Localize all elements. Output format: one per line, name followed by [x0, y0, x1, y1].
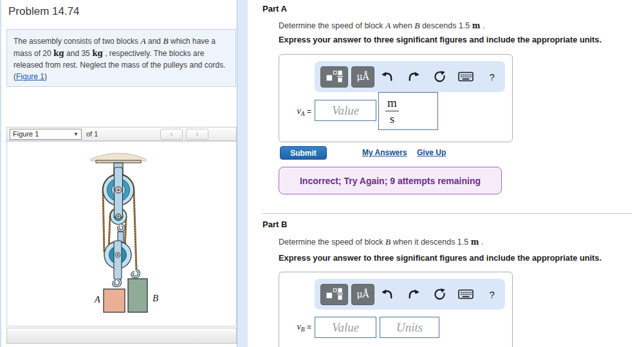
desc-text: and — [146, 37, 163, 46]
part-b-var-label: vB = — [283, 322, 311, 333]
problem-panel: Problem 14.74 The assembly consists of t… — [0, 0, 237, 347]
undo-icon — [381, 71, 394, 82]
figure-prev-button[interactable]: ‹ — [160, 129, 183, 140]
prompt-text: when it descends 1.5 — [391, 238, 470, 247]
equation-toolbar: μÅ — [315, 61, 505, 92]
help-button[interactable]: ? — [479, 71, 505, 82]
figure-next-button[interactable]: › — [186, 129, 208, 140]
undo-icon — [381, 288, 394, 300]
units-fraction: m s — [385, 95, 399, 127]
fraction-template-icon — [326, 70, 344, 84]
micro-angstrom-icon: μÅ — [356, 289, 369, 299]
figure-footer-bar — [6, 328, 237, 344]
figure-count-label: of 1 — [86, 130, 98, 138]
my-answers-link[interactable]: My Answers — [362, 148, 407, 157]
unit-m: m — [472, 21, 481, 30]
pulley-figure: A B — [7, 142, 236, 326]
unit-kg: kg — [92, 49, 103, 58]
equals-sign: = — [307, 323, 311, 332]
problem-description: The assembly consists of two blocks A an… — [6, 29, 236, 87]
units-numerator: m — [385, 95, 399, 111]
desc-text: and 35 — [64, 49, 92, 58]
part-a-units-field[interactable]: m s — [378, 92, 438, 130]
answer-panel: Part A Determine the speed of block A wh… — [248, 0, 644, 347]
figure-toolbar: Figure 1 ▼ of 1 ‹ › — [6, 127, 237, 141]
submit-label: Submit — [290, 149, 317, 158]
reset-button[interactable] — [427, 288, 453, 301]
part-a-var-label: vA = — [283, 106, 311, 117]
help-icon: ? — [490, 71, 495, 82]
template-button[interactable] — [320, 284, 348, 305]
fraction-template-icon — [326, 287, 344, 301]
chevron-down-icon: ▼ — [73, 131, 78, 137]
part-b-units-input[interactable] — [380, 317, 439, 338]
prompt-text: . — [480, 21, 484, 30]
desc-text: ) — [44, 72, 47, 81]
ceiling-plate — [96, 160, 141, 163]
ceiling-mount — [91, 153, 146, 161]
math-var-a: A — [140, 36, 145, 46]
redo-icon — [407, 71, 420, 82]
part-a-answer-box: μÅ — [279, 54, 513, 142]
part-b-value-input[interactable] — [315, 317, 376, 338]
feedback-text: Incorrect; Try Again; 9 attempts remaini… — [300, 176, 481, 186]
redo-button[interactable] — [401, 71, 427, 82]
part-a-value-input[interactable] — [315, 100, 376, 121]
figure-select-value: Figure 1 — [13, 130, 39, 138]
figure-link[interactable]: Figure 1 — [16, 72, 44, 81]
micro-angstrom-icon: μÅ — [356, 71, 369, 82]
part-b-answer-box: μÅ — [279, 272, 513, 347]
keyboard-button[interactable] — [453, 289, 479, 299]
page: Problem 14.74 The assembly consists of t… — [0, 0, 644, 347]
chevron-right-icon: › — [196, 129, 199, 138]
part-a-header: Part A — [262, 4, 287, 14]
var-sub-a: A — [301, 111, 305, 117]
help-button[interactable]: ? — [479, 289, 505, 300]
figure-select[interactable]: Figure 1 ▼ — [10, 129, 82, 140]
undo-button[interactable] — [374, 71, 401, 82]
bolt — [117, 189, 119, 191]
lower-strap — [114, 241, 122, 279]
units-button[interactable]: μÅ — [351, 284, 374, 305]
unit-kg: kg — [53, 49, 64, 58]
block-a-label: A — [94, 294, 101, 305]
section-divider — [262, 213, 632, 214]
prompt-text: when — [391, 21, 414, 30]
keyboard-icon — [458, 71, 474, 82]
help-icon: ? — [490, 289, 495, 300]
prompt-text: descends 1.5 — [419, 21, 472, 30]
bolt — [118, 216, 120, 218]
equals-sign: = — [307, 107, 311, 116]
reset-icon — [434, 288, 446, 301]
feedback-banner: Incorrect; Try Again; 9 attempts remaini… — [279, 167, 502, 194]
keyboard-button[interactable] — [453, 71, 479, 82]
block-a — [104, 289, 125, 312]
var-sub-b: B — [301, 326, 305, 333]
figure-viewer: A B — [6, 141, 237, 326]
reset-button[interactable] — [427, 71, 453, 83]
block-b — [128, 279, 147, 312]
bolt — [117, 254, 119, 256]
units-button[interactable]: μÅ — [351, 66, 374, 88]
part-b-express: Express your answer to three significant… — [279, 253, 602, 263]
redo-icon — [407, 288, 420, 300]
block-b-label: B — [152, 293, 158, 303]
give-up-link[interactable]: Give Up — [417, 148, 446, 157]
undo-button[interactable] — [374, 288, 401, 300]
figure-nav: ‹ › — [160, 129, 208, 140]
part-b-prompt: Determine the speed of block B when it d… — [279, 237, 483, 247]
part-a-prompt: Determine the speed of block A when B de… — [279, 21, 484, 31]
reset-icon — [434, 71, 446, 83]
prompt-text: . — [479, 238, 483, 247]
redo-button[interactable] — [401, 288, 427, 300]
equation-toolbar: μÅ — [315, 279, 505, 310]
prompt-text: Determine the speed of block — [279, 238, 385, 247]
part-a-express: Express your answer to three significant… — [279, 35, 602, 44]
chevron-left-icon: ‹ — [170, 129, 173, 138]
math-var-b: B — [163, 36, 168, 46]
template-button[interactable] — [320, 66, 348, 88]
submit-button[interactable]: Submit — [280, 146, 327, 160]
units-denominator: s — [385, 111, 399, 127]
keyboard-icon — [458, 289, 474, 299]
panel-gutter — [237, 0, 248, 347]
